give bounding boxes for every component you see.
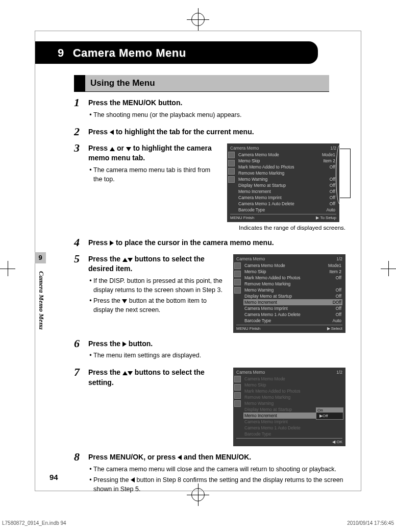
tri-right-icon: [110, 240, 114, 246]
bullet-item: The camera memo menu tab is third from t…: [93, 165, 220, 184]
step-title: Press to place the cursor in the camera …: [88, 238, 345, 248]
camera-menu-screenshot: Camera Memo1/2Camera Memo ModeMemo SkipM…: [233, 368, 345, 446]
section-heading: Using the Menu: [74, 75, 329, 92]
page-frame: 9 Camera Memo Menu Using the Menu 1Press…: [35, 31, 361, 491]
bullet-item: If the DISP. button is pressed at this p…: [93, 276, 226, 295]
step-number: 8: [74, 451, 88, 463]
step-title: Press or to highlight the camera memo me…: [88, 143, 220, 163]
step-7: 7Press the buttons to select the setting…: [74, 368, 345, 446]
camera-menu-screenshot: Camera Memo1/2Camera Memo ModeMode1Memo …: [227, 143, 339, 222]
tri-left-icon: [110, 130, 114, 135]
step-bullets: The camera memo menu tab is third from t…: [88, 165, 220, 184]
tri-up-icon: [122, 371, 128, 375]
step-title: Press to highlight the tab for the curre…: [88, 127, 345, 137]
tri-right-icon: [122, 342, 127, 347]
bullet-item: Pressing the button in Step 8 confirms t…: [93, 475, 345, 494]
tri-down-icon: [128, 258, 133, 262]
tri-up-icon: [110, 147, 115, 151]
step-6: 6Press the button.The menu item settings…: [74, 339, 345, 362]
step-title: Press the MENU/OK button.: [88, 98, 345, 108]
page-number: 94: [50, 473, 58, 481]
bullet-item: The shooting menu (or the playback menu)…: [93, 110, 345, 119]
step-number: 7: [74, 367, 88, 378]
section-title: Using the Menu: [85, 75, 329, 92]
step-number: 2: [74, 126, 88, 137]
step-5: 5Press the buttons to select the desired…: [74, 254, 345, 333]
step-2: 2Press to highlight the tab for the curr…: [74, 127, 345, 137]
step-title: Press the buttons to select the desired …: [88, 254, 226, 274]
step-number: 1: [74, 97, 88, 108]
step-number: 5: [74, 253, 88, 264]
step-1: 1Press the MENU/OK button.The shooting m…: [74, 98, 345, 121]
side-tab: 9: [35, 252, 46, 263]
step-4: 4Press to place the cursor in the camera…: [74, 238, 345, 248]
step-title: Press the buttons to select the setting.: [88, 368, 226, 388]
chapter-number: 9: [58, 46, 71, 60]
step-title: Press MENU/OK, or press and then MENU/OK…: [88, 452, 345, 463]
tri-down-icon: [122, 299, 127, 303]
print-footer: L7580872_0914_En.indb 94 2010/09/14 17:5…: [0, 520, 396, 526]
bullet-item: The camera memo menu will close and the …: [93, 465, 345, 474]
step-bullets: The camera memo menu will close and the …: [88, 465, 345, 494]
step-number: 6: [74, 338, 88, 349]
chapter-heading: 9 Camera Memo Menu: [35, 41, 318, 64]
tri-down-icon: [126, 147, 131, 151]
step-8: 8Press MENU/OK, or press and then MENU/O…: [74, 452, 345, 495]
step-bullets: If the DISP. button is pressed at this p…: [88, 276, 226, 315]
side-label: Camera Memo Menu: [37, 271, 45, 330]
tri-down-icon: [128, 371, 133, 375]
screenshot-caption: Indicates the range of displayed screens…: [227, 224, 345, 232]
tri-up-icon: [122, 258, 128, 262]
step-bullets: The menu item settings are displayed.: [88, 351, 345, 360]
chapter-title: Camera Memo Menu: [73, 46, 186, 59]
step-bullets: The shooting menu (or the playback menu)…: [88, 110, 345, 119]
bullet-item: The menu item settings are displayed.: [93, 351, 345, 360]
footer-timestamp: 2010/09/14 17:56:45: [347, 520, 394, 526]
tri-left-icon: [178, 455, 182, 460]
camera-menu-screenshot: Camera Memo1/2Camera Memo ModeMode1Memo …: [233, 254, 345, 333]
step-number: 4: [74, 237, 88, 248]
tri-left-icon: [131, 477, 135, 482]
step-title: Press the button.: [88, 339, 345, 349]
step-3: 3Press or to highlight the camera memo m…: [74, 143, 345, 232]
bullet-item: Press the button at the bottom item to d…: [93, 296, 226, 315]
step-number: 3: [74, 142, 88, 154]
crop-mark-top: [188, 13, 208, 26]
footer-file: L7580872_0914_En.indb 94: [2, 520, 66, 526]
